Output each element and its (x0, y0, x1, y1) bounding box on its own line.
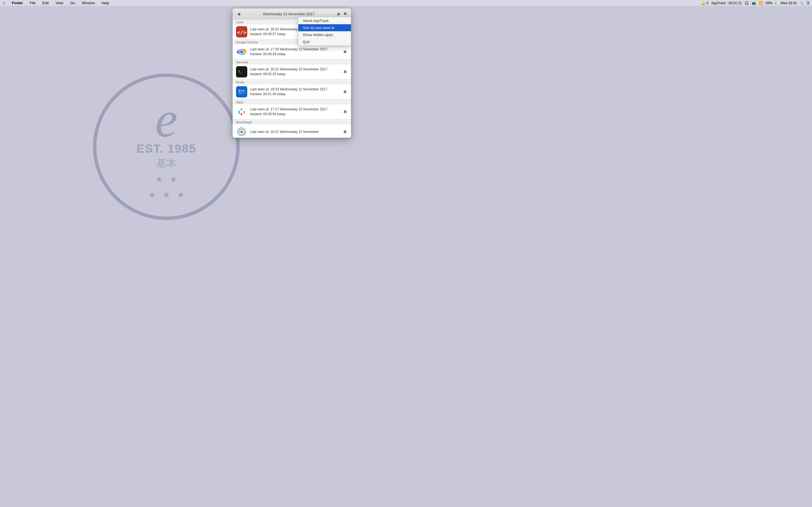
menu-view[interactable]: View (54, 0, 64, 6)
menubar:  Finder File Edit View Go Window Help 🔔… (0, 0, 406, 6)
app-row-terminal: $_ Last seen at: 18:31 Wednesday 22 Nove… (233, 64, 351, 79)
next-day-button[interactable]: ▶ (336, 11, 342, 17)
svg-point-14 (243, 91, 244, 92)
app-icon-chrome (236, 46, 247, 57)
prev-day-button[interactable]: ◀ (236, 11, 242, 17)
context-menu-quit[interactable]: Quit (298, 38, 351, 45)
stars-top-row: ★ ★ (155, 174, 177, 184)
watermark-stars: ★ ★ ★ ★ ★ (148, 174, 185, 200)
svg-rect-16 (238, 111, 240, 112)
app-row-finder: Last seen at: 18:33 Wednesday 22 Novembe… (233, 84, 351, 100)
app-info-terminal: Last seen at: 18:31 Wednesday 22 Novembe… (250, 67, 339, 76)
svg-rect-21 (243, 112, 245, 114)
section-label-wordtarget: WordTarget (233, 119, 351, 124)
app-icon-slack (236, 106, 247, 117)
watermark-est: EST. 1985 (137, 142, 196, 156)
app-icon-wordtarget (236, 126, 247, 137)
app-info-chrome: Last seen at: 17:30 Wednesday 22 Novembe… (250, 47, 339, 57)
window-date-title: Wednesday 22 November 2017 (242, 12, 336, 16)
remove-slack-button[interactable]: ✕ (342, 109, 348, 115)
svg-rect-20 (238, 112, 240, 114)
section-label-terminal: Terminal (233, 59, 351, 64)
svg-rect-19 (241, 114, 242, 115)
app-name[interactable]: Finder (11, 0, 24, 6)
menu-help[interactable]: Help (100, 0, 110, 6)
star-icon: ★ (155, 174, 163, 184)
context-menu: About AppTrack Sort by last used at Show… (298, 17, 351, 46)
apple-menu[interactable]:  (2, 0, 6, 6)
watermark-circle: e EST. 1985 基本 ★ ★ ★ ★ ★ (93, 73, 240, 220)
apptrack-window: ◀ Wednesday 22 November 2017 ▶ ✕ Code </… (233, 8, 351, 138)
context-menu-sort[interactable]: Sort by last used at (298, 24, 351, 31)
stars-middle-row: ★ ★ ★ (148, 190, 185, 200)
star-icon: ★ (177, 190, 185, 200)
context-menu-hidden[interactable]: Show hidden apps (298, 31, 351, 38)
app-icon-terminal: $_ (236, 66, 247, 77)
menubar-left:  Finder File Edit View Go Window Help (2, 0, 110, 6)
svg-rect-18 (243, 111, 245, 112)
app-info-wordtarget: Last seen at: 18:31 Wednesday 22 Novembe… (250, 129, 339, 134)
remove-terminal-button[interactable]: ✕ (342, 69, 348, 75)
svg-point-5 (240, 50, 243, 54)
remove-chrome-button[interactable]: ✕ (342, 49, 348, 55)
menu-window[interactable]: Window (81, 0, 96, 6)
section-label-slack: Slack (233, 100, 351, 105)
menu-go[interactable]: Go (69, 0, 76, 6)
svg-point-11 (239, 91, 240, 92)
app-info-finder: Last seen at: 18:33 Wednesday 22 Novembe… (250, 87, 339, 97)
app-row-wordtarget: Last seen at: 18:31 Wednesday 22 Novembe… (233, 124, 351, 138)
menu-file[interactable]: File (29, 0, 37, 6)
star-icon: ★ (148, 190, 156, 200)
svg-rect-15 (236, 106, 247, 117)
remove-finder-button[interactable]: ✕ (342, 89, 348, 95)
app-info-slack: Last seen at: 17:27 Wednesday 22 Novembe… (250, 107, 339, 117)
svg-point-25 (241, 131, 243, 133)
app-row-slack: Last seen at: 17:27 Wednesday 22 Novembe… (233, 105, 351, 119)
close-window-button[interactable]: ✕ (342, 11, 348, 17)
app-icon-code: </> (236, 26, 247, 38)
svg-rect-17 (241, 108, 242, 110)
app-row-chrome: Last seen at: 17:30 Wednesday 22 Novembe… (233, 45, 351, 59)
remove-wordtarget-button[interactable]: ✕ (342, 129, 348, 135)
menu-edit[interactable]: Edit (42, 0, 50, 6)
watermark-kanji: 基本 (156, 157, 176, 170)
star-icon: ★ (163, 190, 170, 200)
app-icon-finder (236, 86, 247, 98)
svg-text:$_: $_ (238, 69, 242, 73)
section-label-finder: Finder (233, 79, 351, 84)
svg-text:</>: </> (237, 29, 246, 35)
context-menu-about[interactable]: About AppTrack (298, 17, 351, 24)
watermark-letter: e (155, 94, 177, 145)
star-icon: ★ (170, 174, 177, 184)
